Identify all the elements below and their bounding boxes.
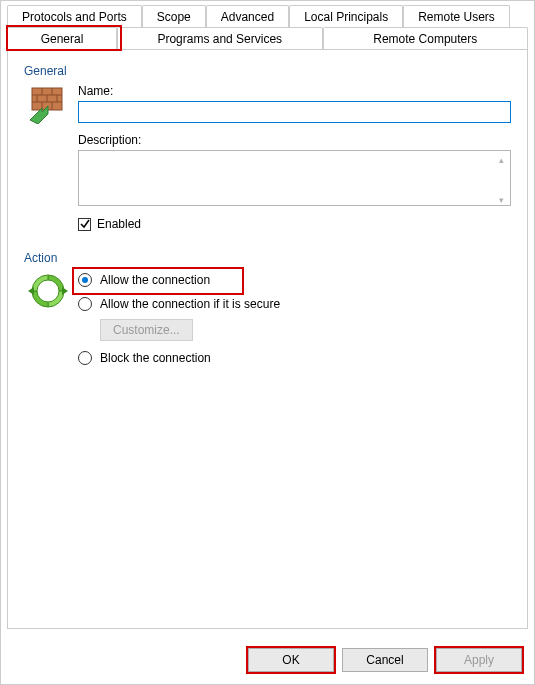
description-label: Description:	[78, 133, 511, 147]
tab-local-principals[interactable]: Local Principals	[289, 5, 403, 28]
svg-marker-10	[62, 287, 68, 295]
action-group-label: Action	[24, 251, 511, 265]
tab-scope[interactable]: Scope	[142, 5, 206, 28]
general-panel: General	[7, 49, 528, 629]
tab-advanced[interactable]: Advanced	[206, 5, 289, 28]
tab-general[interactable]: General	[7, 27, 117, 50]
svg-marker-11	[28, 287, 34, 295]
enabled-checkbox-row[interactable]: Enabled	[78, 217, 511, 231]
description-textarea[interactable]	[78, 150, 511, 206]
firewall-icon	[28, 84, 68, 127]
general-group-label: General	[24, 64, 511, 78]
cancel-button[interactable]: Cancel	[342, 648, 428, 672]
radio-allow-label: Allow the connection	[100, 273, 210, 287]
radio-block-label: Block the connection	[100, 351, 211, 365]
tab-protocols-and-ports[interactable]: Protocols and Ports	[7, 5, 142, 28]
name-label: Name:	[78, 84, 511, 98]
general-group: General	[24, 64, 511, 231]
radio-allow[interactable]	[78, 273, 92, 287]
action-icon	[28, 271, 68, 375]
radio-allow-secure-label: Allow the connection if it is secure	[100, 297, 280, 311]
customize-button: Customize...	[100, 319, 193, 341]
firewall-rule-properties-dialog: Protocols and Ports Scope Advanced Local…	[0, 0, 535, 685]
action-group: Action Allow the connection	[24, 251, 511, 375]
radio-allow-secure-row[interactable]: Allow the connection if it is secure	[78, 297, 511, 311]
name-input[interactable]	[78, 101, 511, 123]
dialog-buttons: OK Cancel Apply	[248, 648, 522, 672]
tab-remote-computers[interactable]: Remote Computers	[323, 27, 529, 50]
tab-remote-users[interactable]: Remote Users	[403, 5, 510, 28]
ok-button[interactable]: OK	[248, 648, 334, 672]
radio-allow-row[interactable]: Allow the connection	[78, 273, 511, 287]
apply-button: Apply	[436, 648, 522, 672]
tab-programs-and-services[interactable]: Programs and Services	[117, 27, 323, 50]
enabled-label: Enabled	[97, 217, 141, 231]
radio-block[interactable]	[78, 351, 92, 365]
enabled-checkbox[interactable]	[78, 218, 91, 231]
tab-strip: Protocols and Ports Scope Advanced Local…	[1, 1, 534, 50]
radio-allow-secure[interactable]	[78, 297, 92, 311]
radio-block-row[interactable]: Block the connection	[78, 351, 511, 365]
